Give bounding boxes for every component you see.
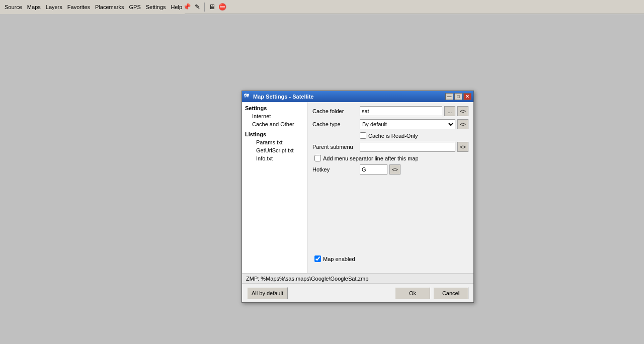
dialog-icon: 🗺 (244, 93, 251, 100)
map-settings-dialog: 🗺 Map Settings - Satellite — □ ✕ Setting… (242, 91, 474, 303)
cache-readonly-label[interactable]: Cache is Read-Only (368, 133, 418, 139)
ok-cancel-group: Ok Cancel (395, 287, 468, 299)
hotkey-label: Hotkey (312, 166, 358, 173)
menu-settings[interactable]: Settings (143, 3, 169, 11)
dialog-content: Settings Internet Cache and Other Listin… (242, 102, 473, 273)
ok-button[interactable]: Ok (395, 287, 430, 299)
dialog-body: Settings Internet Cache and Other Listin… (242, 102, 473, 302)
cache-folder-edit-btn[interactable]: <> (457, 106, 468, 116)
hotkey-input[interactable] (360, 164, 387, 175)
menu-placemarks[interactable]: Placemarks (93, 3, 126, 11)
all-by-default-button[interactable]: All by default (247, 287, 288, 299)
minimize-button[interactable]: — (445, 93, 453, 100)
right-panel-inner: Cache folder ... <> Cache type By defaul… (312, 106, 468, 269)
add-separator-label[interactable]: Add menu separator line after this map (323, 155, 419, 161)
dialog-titlebar: 🗺 Map Settings - Satellite — □ ✕ (242, 91, 473, 102)
cache-type-edit-btn[interactable]: <> (457, 119, 468, 129)
separator4 (204, 3, 205, 12)
parent-submenu-edit-btn[interactable]: <> (457, 142, 468, 152)
hotkey-edit-btn[interactable]: <> (389, 164, 400, 175)
cache-folder-browse-btn[interactable]: ... (444, 106, 455, 116)
dialog-title: Map Settings - Satellite (253, 94, 445, 100)
map-enabled-label[interactable]: Map enabled (323, 256, 355, 262)
menu-favorites[interactable]: Favorites (65, 3, 93, 11)
map-enabled-row: Map enabled (314, 255, 355, 262)
menu-help[interactable]: Help (169, 3, 185, 11)
edit2-icon[interactable]: ✎ (192, 2, 202, 12)
listings-section-label: Listings (242, 130, 307, 138)
menu-gps[interactable]: GPS (127, 3, 143, 11)
cache-type-label: Cache type (312, 121, 358, 127)
titlebar-buttons: — □ ✕ (445, 93, 471, 100)
toolbar: SourceMapsLayersFavoritesPlacemarksGPSSe… (0, 0, 644, 14)
menu-maps[interactable]: Maps (25, 3, 43, 11)
zmp-bar: ZMP: %Maps%\sas.maps\Google\GoogleSat.zm… (242, 273, 473, 283)
cache-folder-label: Cache folder (312, 108, 358, 114)
maximize-button[interactable]: □ (454, 93, 462, 100)
cache-folder-row: Cache folder ... <> (312, 106, 468, 116)
hotkey-row: Hotkey <> (312, 164, 468, 175)
cache-type-select-wrap: By default Tiles Files (360, 119, 455, 129)
monitor-icon[interactable]: 🖥 (207, 2, 217, 12)
close-red-icon[interactable]: ⛔ (217, 2, 227, 12)
add-separator-checkbox[interactable] (314, 155, 321, 161)
parent-submenu-input[interactable] (360, 142, 455, 152)
parent-submenu-row: Parent submenu <> (312, 142, 468, 152)
tree-item-cache-and-other[interactable]: Cache and Other (242, 120, 307, 128)
parent-submenu-label: Parent submenu (312, 144, 358, 150)
close-button[interactable]: ✕ (463, 93, 471, 100)
cache-readonly-checkbox[interactable] (360, 132, 366, 139)
map-enabled-checkbox[interactable] (314, 255, 321, 262)
left-panel: Settings Internet Cache and Other Listin… (242, 102, 307, 273)
cache-type-row: Cache type By default Tiles Files <> (312, 119, 468, 129)
cache-readonly-row: Cache is Read-Only (360, 132, 468, 139)
tree-item-info[interactable]: Info.txt (242, 154, 307, 162)
cache-type-select[interactable]: By default Tiles Files (360, 119, 455, 129)
menu-layers[interactable]: Layers (43, 3, 65, 11)
zmp-path: ZMP: %Maps%\sas.maps\Google\GoogleSat.zm… (246, 276, 368, 282)
tree-item-geturlscript[interactable]: GetUrlScript.txt (242, 146, 307, 154)
menu-source[interactable]: Source (2, 3, 25, 11)
right-panel: Cache folder ... <> Cache type By defaul… (307, 102, 473, 273)
menubar (0, 0, 2, 14)
cancel-button[interactable]: Cancel (433, 287, 468, 299)
cache-folder-input[interactable] (360, 106, 442, 116)
add-separator-row: Add menu separator line after this map (314, 155, 468, 161)
main-area: 🗺 Map Settings - Satellite — □ ✕ Setting… (0, 14, 644, 344)
button-bar: All by default Ok Cancel (242, 283, 473, 302)
tree-item-internet[interactable]: Internet (242, 112, 307, 120)
tree-item-params[interactable]: Params.txt (242, 138, 307, 146)
settings-section-label: Settings (242, 104, 307, 112)
